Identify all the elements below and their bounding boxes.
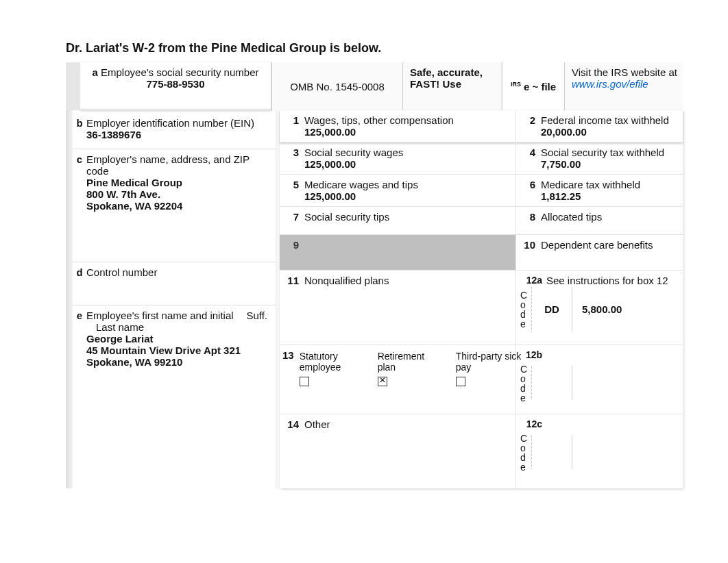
- box-c: c Employer's name, address, and ZIP code…: [73, 149, 276, 262]
- box-8-num: 8: [519, 211, 541, 230]
- box-6-body: Medicare tax withheld 1,812.25: [541, 179, 679, 202]
- box-6-num: 6: [519, 179, 541, 202]
- box-1: 1 Wages, tips, other compensation 125,00…: [280, 110, 516, 142]
- box-12a-label: See instructions for box 12: [546, 275, 668, 286]
- box-12a-amount: 5,800.00: [572, 287, 679, 331]
- box-12b: 12b Code: [516, 345, 683, 414]
- box-a-value: 775-88-9530: [82, 78, 269, 90]
- w2-main: b Employer identification number (EIN) 3…: [66, 110, 683, 488]
- box-13-opt2: Retirement plan: [378, 351, 444, 410]
- box-7-num: 7: [282, 211, 304, 230]
- box-e-suff: Suff.: [246, 310, 271, 321]
- box-5-num: 5: [282, 179, 304, 202]
- box-b-value: 36-1389676: [86, 129, 271, 140]
- box-12c-code: [531, 436, 572, 468]
- box-e-tag: e: [73, 310, 86, 481]
- box-2-body: Federal income tax withheld 20,000.00: [541, 114, 679, 138]
- safe-accurate: Safe, accurate, FAST! Use: [403, 62, 502, 110]
- row-3-4: 3 Social security wages 125,000.00 4 Soc…: [280, 142, 683, 175]
- box-12b-amount: [572, 366, 679, 399]
- row-1-2: 1 Wages, tips, other compensation 125,00…: [280, 110, 683, 142]
- box-8: 8 Allocated tips: [516, 207, 683, 234]
- box-11-label: Nonqualified plans: [304, 275, 389, 340]
- box-1-num: 1: [282, 114, 304, 138]
- box-2-value: 20,000.00: [541, 126, 679, 138]
- box-13-opt1: Statutory employee: [300, 351, 365, 410]
- row-9-10: 9 10 Dependent care benefits: [280, 235, 683, 271]
- box-13-body: Statutory employee Retirement plan Third…: [300, 349, 522, 410]
- box-13-opt2-label: Retirement plan: [378, 351, 444, 373]
- box-b-label: Employer identification number (EIN): [86, 117, 271, 129]
- visit-text: Visit the IRS website at: [572, 66, 680, 78]
- checkbox-sickpay[interactable]: [456, 377, 465, 386]
- row-11-12a: 11 Nonqualified plans 12a See instructio…: [280, 271, 683, 345]
- box-a-tag: a: [93, 66, 98, 78]
- right-column: 1 Wages, tips, other compensation 125,00…: [280, 110, 683, 488]
- box-d-body: Control number: [86, 266, 271, 299]
- box-c-line3: Spokane, WA 92204: [86, 200, 271, 212]
- code-word: Code: [519, 363, 531, 403]
- safe-line2: FAST! Use: [410, 78, 499, 90]
- box-c-label: Employer's name, address, and ZIP code: [86, 153, 271, 177]
- safe-line1: Safe, accurate,: [410, 66, 499, 78]
- box-7: 7 Social security tips: [280, 207, 516, 234]
- box-e-line1: George Lariat: [86, 333, 271, 345]
- box-a-body: a Employee's social security number 775-…: [80, 62, 271, 110]
- box-e-label2: Last name: [86, 321, 271, 333]
- box-12b-body: Code: [516, 360, 683, 410]
- box-5-body: Medicare wages and tips 125,000.00: [304, 179, 511, 202]
- box-12c-amount: [572, 436, 679, 468]
- row-13-12b: 13 Statutory employee Retirement plan Th…: [280, 345, 683, 414]
- box-14-num: 14: [282, 418, 304, 484]
- box-12a-num: 12a: [519, 275, 546, 286]
- box-11-num: 11: [282, 275, 304, 340]
- checkbox-statutory[interactable]: [300, 377, 309, 386]
- box-1-label: Wages, tips, other compensation: [304, 114, 511, 126]
- box-9-body: [304, 239, 511, 251]
- box-3: 3 Social security wages 125,000.00: [280, 142, 516, 174]
- box-12b-code: [531, 366, 572, 399]
- box-4-value: 7,750.00: [541, 158, 679, 170]
- box-e-label1: Employee's first name and initial: [86, 310, 234, 321]
- box-13-num: 13: [282, 349, 300, 410]
- box-12c-head: 12c: [516, 414, 683, 429]
- box-a: a Employee's social security number 775-…: [66, 62, 272, 110]
- box-13-opt3-label: Third-party sick pay: [456, 351, 522, 373]
- left-column: b Employer identification number (EIN) 3…: [73, 110, 276, 488]
- box-13-opt3: Third-party sick pay: [456, 351, 522, 410]
- box-7-label: Social security tips: [304, 211, 511, 230]
- box-b: b Employer identification number (EIN) 3…: [73, 110, 276, 149]
- box-2-label: Federal income tax withheld: [541, 114, 679, 126]
- box-9: 9: [280, 235, 516, 270]
- left-stub: [66, 110, 73, 488]
- code-word: Code: [519, 289, 531, 329]
- page-title: Dr. Lariat's W-2 from the Pine Medical G…: [66, 41, 687, 55]
- box-e-body: Employee's first name and initial Suff. …: [86, 310, 271, 481]
- box-1-value: 125,000.00: [304, 126, 511, 138]
- box-e-label1-row: Employee's first name and initial Suff.: [86, 310, 271, 321]
- box-a-label-text: Employee's social security number: [101, 66, 258, 78]
- box-13-opt1-label: Statutory employee: [300, 351, 365, 373]
- box-d: d Control number: [73, 262, 276, 305]
- row-14-12c: 14 Other 12c Code: [280, 414, 683, 488]
- box-9-num: 9: [282, 239, 304, 251]
- irs-url[interactable]: www.irs.gov/efile: [572, 78, 680, 90]
- box-10-num: 10: [519, 239, 541, 266]
- box-1-body: Wages, tips, other compensation 125,000.…: [304, 114, 511, 138]
- box-c-line2: 800 W. 7th Ave.: [86, 188, 271, 200]
- box-10-label: Dependent care benefits: [541, 239, 679, 266]
- box-e-line2: 45 Mountain View Drive Apt 321: [86, 345, 271, 356]
- box-6: 6 Medicare tax withheld 1,812.25: [516, 175, 683, 206]
- box-12c-body: Code: [516, 429, 683, 479]
- box-3-body: Social security wages 125,000.00: [304, 147, 511, 170]
- irs-small: IRS: [511, 81, 521, 88]
- box-e-line3: Spokane, WA 99210: [86, 356, 271, 368]
- box-12b-num: 12b: [519, 349, 546, 360]
- box-c-tag: c: [73, 153, 86, 256]
- checkbox-retirement[interactable]: [378, 377, 387, 386]
- efile-logo: IRS e ~ file: [502, 62, 565, 110]
- box-12a-body: Code DD 5,800.00: [516, 286, 683, 336]
- box-4-num: 4: [519, 147, 541, 170]
- omb-number: OMB No. 1545-0008: [272, 62, 403, 110]
- box-11: 11 Nonqualified plans: [280, 271, 516, 345]
